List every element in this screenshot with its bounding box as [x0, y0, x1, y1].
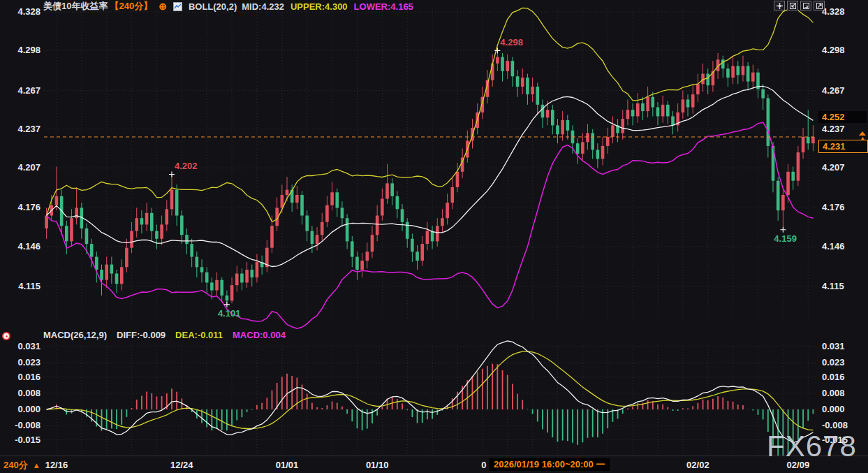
macd-axis-label-right: 0.023	[822, 357, 845, 368]
price-tag: 4.231	[818, 140, 868, 153]
price-annotation: 4.101	[218, 308, 241, 319]
boll-label: BOLL(20,2)	[189, 1, 237, 12]
zoom-corner-up-icon[interactable]	[814, 1, 825, 10]
period-badge[interactable]: 240分▲	[3, 459, 41, 472]
last-tick-arrow-icon	[859, 131, 866, 140]
period-up-arrow-icon: ▲	[33, 461, 41, 470]
macd-axis-label-left: 0.000	[0, 404, 41, 414]
crosshair-mark-icon	[780, 227, 786, 233]
price-annotation: 4.202	[175, 161, 198, 171]
price-axis-label-left: 4.237	[0, 124, 41, 134]
price-axis-label-right: 4.298	[822, 45, 845, 55]
macd-axis-label-left: -0.015	[0, 435, 41, 445]
boll-mid-value: MID:4.232	[242, 1, 284, 12]
macd-axis-label-right: -0.008	[822, 420, 848, 430]
price-axis-label-left: 4.267	[0, 85, 41, 96]
macd-header: MACD(26,12,9) DIFF:-0.009 DEA:-0.011 MAC…	[43, 330, 286, 340]
crosshair-date-tooltip: 2026/01/19 16:00~20:00 一	[489, 458, 610, 471]
x-axis-tick: 02/09	[779, 460, 818, 470]
macd-axis-label-left: 0.016	[0, 372, 41, 382]
macd-axis-label-left: -0.008	[0, 420, 41, 430]
candlestick-chart-canvas[interactable]	[0, 0, 868, 473]
price-axis-label-right: 4.115	[822, 281, 844, 291]
x-axis-tick: 01/10	[358, 460, 397, 470]
price-axis-label-left: 4.207	[0, 162, 41, 173]
x-axis-tick: 01/01	[267, 460, 307, 470]
x-axis-tick: 12/24	[162, 460, 201, 470]
price-axis-label-right: 4.237	[822, 124, 845, 134]
price-axis-label-right: 4.267	[822, 85, 845, 96]
add-indicator-icon[interactable]: ⊕	[159, 2, 167, 10]
pan-tool-icon[interactable]	[774, 1, 785, 10]
zoom-corner-right-icon[interactable]	[800, 1, 811, 10]
macd-axis-label-right: 0.000	[822, 404, 845, 414]
boll-lower-value: LOWER:4.165	[354, 1, 413, 12]
instrument-title: 美债10年收益率	[43, 0, 108, 13]
macd-axis-label-left: 0.031	[0, 341, 41, 351]
time-axis-bar	[0, 456, 868, 473]
chart-app: 美债10年收益率 【240分】 ⊕ BOLL(20,2) MID:4.232 U…	[0, 0, 868, 473]
x-axis-tick: 02/02	[678, 460, 717, 470]
macd-axis-label-right: -0.015	[822, 435, 848, 445]
price-annotation: 4.159	[774, 233, 797, 244]
period-tag[interactable]: 【240分】	[110, 0, 152, 13]
price-axis-label-left: 4.298	[0, 45, 41, 55]
price-axis-label-left: 4.115	[0, 281, 41, 291]
macd-diff-value: DIFF:-0.009	[117, 330, 165, 340]
macd-dea-value: DEA:-0.011	[175, 330, 223, 340]
price-axis-label-left: 4.146	[0, 241, 41, 252]
macd-value: MACD:0.004	[233, 330, 286, 340]
price-tag: 4.252	[818, 111, 867, 123]
price-axis-label-right: 4.146	[822, 241, 845, 252]
macd-axis-label-right: 0.008	[822, 388, 845, 398]
price-axis-label-left: 4.176	[0, 202, 41, 212]
price-annotation: 4.298	[500, 37, 523, 48]
macd-axis-label-right: 0.016	[822, 372, 845, 382]
zoom-corner-left-icon[interactable]	[787, 1, 798, 10]
drawing-anchor-icon[interactable]	[2, 332, 10, 340]
price-axis-label-right: 4.328	[822, 6, 845, 17]
period-badge-label: 240分	[3, 460, 28, 470]
price-axis-label-right: 4.207	[822, 162, 845, 173]
macd-axis-label-right: 0.031	[822, 341, 845, 351]
boll-upper-value: UPPER:4.300	[290, 1, 348, 12]
macd-params-label: MACD(26,12,9)	[43, 330, 107, 340]
macd-axis-label-left: 0.023	[0, 357, 41, 368]
indicator-chart-icon[interactable]	[173, 2, 182, 11]
chart-toolbar	[774, 1, 825, 10]
chart-header: 美债10年收益率 【240分】 ⊕ BOLL(20,2) MID:4.232 U…	[43, 1, 413, 12]
x-axis-tick: 12/16	[37, 460, 76, 470]
crosshair-mark-icon	[169, 171, 175, 177]
price-axis-label-right: 4.176	[822, 202, 845, 212]
macd-axis-label-left: 0.008	[0, 388, 41, 398]
price-axis-label-left: 4.328	[0, 6, 41, 17]
